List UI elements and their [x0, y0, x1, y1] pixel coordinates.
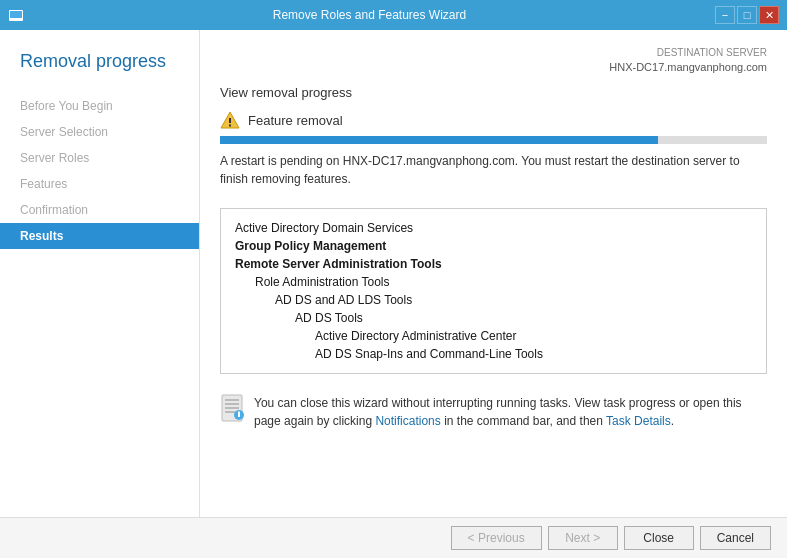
- sidebar-item-server-roles[interactable]: Server Roles: [0, 145, 199, 171]
- destination-server-label: DESTINATION SERVER: [220, 46, 767, 60]
- svg-rect-7: [225, 403, 239, 405]
- feature-item-0: Active Directory Domain Services: [235, 219, 752, 237]
- warning-icon: [220, 110, 240, 130]
- title-bar: Remove Roles and Features Wizard − □ ✕: [0, 0, 787, 30]
- sidebar-heading: Removal progress: [0, 50, 199, 93]
- minimize-button[interactable]: −: [715, 6, 735, 24]
- close-button[interactable]: Close: [624, 526, 694, 550]
- feature-item-7: AD DS Snap-Ins and Command-Line Tools: [235, 345, 752, 363]
- app-icon: [8, 7, 24, 23]
- previous-button[interactable]: < Previous: [451, 526, 542, 550]
- sidebar-item-before-you-begin[interactable]: Before You Begin: [0, 93, 199, 119]
- svg-rect-4: [229, 125, 231, 127]
- svg-rect-6: [225, 399, 239, 401]
- feature-item-2: Remote Server Administration Tools: [235, 255, 752, 273]
- status-box: Feature removal A restart is pending on …: [220, 110, 767, 198]
- maximize-button[interactable]: □: [737, 6, 757, 24]
- destination-server-value: HNX-DC17.mangvanphong.com: [609, 61, 767, 73]
- restart-notice: A restart is pending on HNX-DC17.mangvan…: [220, 152, 767, 188]
- feature-item-6: Active Directory Administrative Center: [235, 327, 752, 345]
- footer: < Previous Next > Close Cancel: [0, 517, 787, 558]
- progress-bar-fill: [220, 136, 658, 144]
- feature-item-5: AD DS Tools: [235, 309, 752, 327]
- notifications-link[interactable]: Notifications: [375, 414, 440, 428]
- content-panel: DESTINATION SERVER HNX-DC17.mangvanphong…: [200, 30, 787, 517]
- sidebar-item-features[interactable]: Features: [0, 171, 199, 197]
- svg-rect-12: [238, 412, 240, 414]
- sidebar-item-server-selection[interactable]: Server Selection: [0, 119, 199, 145]
- task-details-link[interactable]: Task Details: [606, 414, 671, 428]
- svg-rect-1: [10, 11, 22, 18]
- window-title: Remove Roles and Features Wizard: [24, 8, 715, 22]
- info-icon: [220, 394, 244, 422]
- svg-rect-9: [225, 411, 235, 413]
- info-notice: You can close this wizard without interr…: [220, 386, 767, 438]
- svg-rect-8: [225, 407, 239, 409]
- next-button[interactable]: Next >: [548, 526, 618, 550]
- progress-bar-container: [220, 136, 767, 144]
- svg-rect-11: [238, 413, 240, 417]
- sidebar: Removal progress Before You Begin Server…: [0, 30, 200, 517]
- main-content: Removal progress Before You Begin Server…: [0, 30, 787, 517]
- close-window-button[interactable]: ✕: [759, 6, 779, 24]
- svg-rect-3: [229, 118, 231, 123]
- feature-item-4: AD DS and AD LDS Tools: [235, 291, 752, 309]
- destination-server-info: DESTINATION SERVER HNX-DC17.mangvanphong…: [220, 46, 767, 75]
- cancel-button[interactable]: Cancel: [700, 526, 771, 550]
- feature-item-3: Role Administration Tools: [235, 273, 752, 291]
- feature-item-1: Group Policy Management: [235, 237, 752, 255]
- status-row: Feature removal: [220, 110, 767, 130]
- sidebar-item-results[interactable]: Results: [0, 223, 199, 249]
- status-label: Feature removal: [248, 113, 343, 128]
- section-heading: View removal progress: [220, 85, 767, 100]
- features-list-box: Active Directory Domain Services Group P…: [220, 208, 767, 374]
- window-controls: − □ ✕: [715, 6, 779, 24]
- info-text: You can close this wizard without interr…: [254, 394, 767, 430]
- sidebar-item-confirmation[interactable]: Confirmation: [0, 197, 199, 223]
